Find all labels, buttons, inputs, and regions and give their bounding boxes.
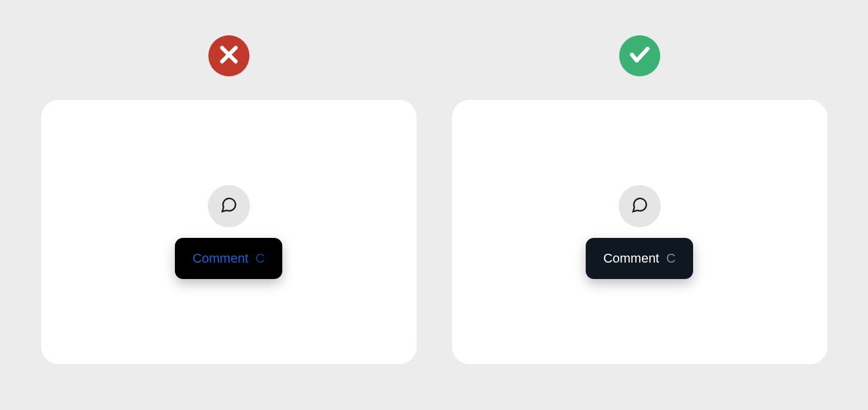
example-card-correct: Comment C xyxy=(452,100,828,364)
comment-button[interactable] xyxy=(619,185,661,227)
wrong-indicator xyxy=(208,35,249,76)
example-card-wrong: Comment C xyxy=(41,100,417,364)
wrong-example: Comment C xyxy=(41,35,417,364)
speech-bubble-icon xyxy=(631,196,649,216)
tooltip-wrong: Comment C xyxy=(175,238,282,279)
check-icon xyxy=(628,43,651,69)
comment-button[interactable] xyxy=(208,185,250,227)
correct-indicator xyxy=(619,35,660,76)
cross-icon xyxy=(217,43,241,69)
correct-example: Comment C xyxy=(452,35,828,364)
tooltip-correct: Comment C xyxy=(586,238,693,279)
tooltip-label: Comment xyxy=(192,251,248,266)
tooltip-label: Comment xyxy=(603,251,659,266)
speech-bubble-icon xyxy=(220,196,238,216)
tooltip-shortcut: C xyxy=(255,251,265,266)
tooltip-shortcut: C xyxy=(666,251,676,266)
